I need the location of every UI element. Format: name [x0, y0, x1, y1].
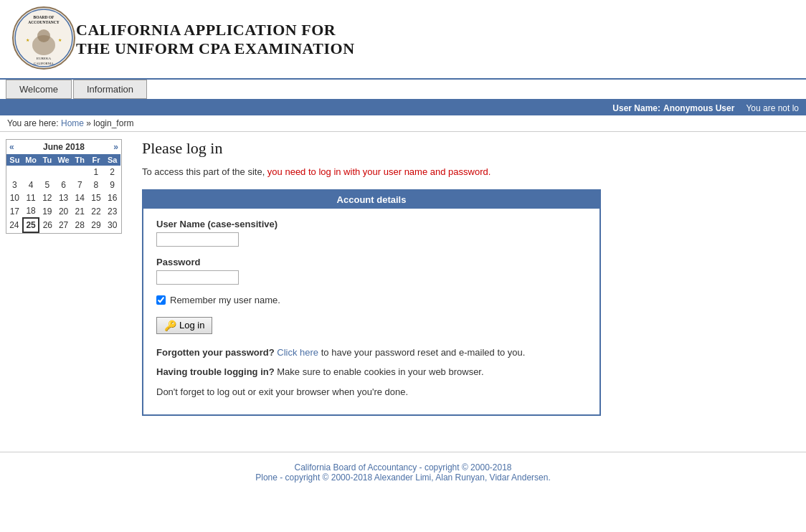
breadcrumb-home[interactable]: Home	[61, 118, 84, 128]
username-field-group: User Name (case-sensitive)	[156, 219, 587, 247]
calendar-week-row: 3456789	[6, 179, 120, 191]
calendar-day[interactable]: 21	[72, 204, 88, 218]
login-icon: 🔑	[164, 320, 176, 331]
calendar-day	[23, 166, 39, 179]
calendar-day[interactable]: 6	[55, 179, 72, 191]
calendar-day[interactable]: 30	[104, 218, 120, 232]
trouble-detail: Make sure to enable cookies in your web …	[277, 366, 483, 377]
content-area: Please log in To access this part of the…	[136, 139, 800, 416]
calendar-day[interactable]: 14	[72, 191, 88, 204]
footer: California Board of Accountancy - copyri…	[0, 452, 806, 490]
calendar-body: 1234567891011121314151617181920212223242…	[6, 166, 120, 232]
svg-text:BOARD OF: BOARD OF	[34, 15, 55, 19]
header: BOARD OF ACCOUNTANCY EUREKA CALIFORNIA ★…	[0, 0, 806, 80]
calendar-day[interactable]: 18	[23, 204, 39, 218]
calendar-day-header: We	[55, 154, 72, 166]
calendar-week-row: 10111213141516	[6, 191, 120, 204]
calendar-day[interactable]: 27	[55, 218, 72, 232]
calendar-day[interactable]: 1	[88, 166, 105, 179]
password-input[interactable]	[156, 270, 239, 285]
calendar-day[interactable]: 7	[72, 179, 88, 191]
logout-reminder: Don't forget to log out or exit your bro…	[156, 385, 587, 399]
site-title: California Application for the Uniform C…	[76, 21, 355, 58]
login-button[interactable]: 🔑 Log in	[156, 317, 212, 334]
logo-container: BOARD OF ACCOUNTANCY EUREKA CALIFORNIA ★…	[11, 6, 76, 72]
footer-line1: California Board of Accountancy - copyri…	[0, 462, 806, 472]
trouble-text: Having trouble logging in? Make sure to …	[156, 365, 587, 379]
svg-text:ACCOUNTANCY: ACCOUNTANCY	[28, 20, 59, 24]
nav-tabs: Welcome Information	[0, 80, 806, 101]
calendar-day-header: Su	[6, 154, 23, 166]
remember-checkbox[interactable]	[156, 295, 166, 305]
forgot-prefix: Forgotten your password?	[156, 347, 277, 358]
calendar-day[interactable]: 3	[6, 179, 23, 191]
calendar-day[interactable]: 25	[23, 218, 39, 232]
breadcrumb: You are here: Home » login_form	[0, 115, 806, 132]
calendar-day[interactable]: 26	[39, 218, 55, 232]
username-label: User Name:	[612, 103, 660, 113]
page-title: Please log in	[142, 139, 795, 158]
breadcrumb-prefix: You are here:	[7, 118, 59, 128]
calendar-day[interactable]: 13	[55, 191, 72, 204]
username-input[interactable]	[156, 232, 239, 247]
calendar-day-header: Th	[72, 154, 88, 166]
calendar-day[interactable]: 19	[39, 204, 55, 218]
calendar-day	[55, 166, 72, 179]
svg-point-5	[37, 29, 50, 42]
calendar-day[interactable]: 5	[39, 179, 55, 191]
calendar-day[interactable]: 8	[88, 179, 105, 191]
calendar-day[interactable]: 22	[88, 204, 105, 218]
top-bar: User Name: Anonymous User You are not lo	[0, 101, 806, 115]
calendar-day[interactable]: 23	[104, 204, 120, 218]
main-layout: « June 2018 » SuMoTuWeThFrSa 12345678910…	[0, 132, 806, 423]
calendar-next[interactable]: »	[113, 142, 118, 152]
calendar-day-header: Sa	[104, 154, 120, 166]
footer-line2: Plone - copyright © 2000-2018 Alexander …	[0, 472, 806, 483]
breadcrumb-separator: »	[86, 118, 93, 128]
trouble-prefix: Having trouble logging in?	[156, 366, 277, 377]
forgot-suffix: to have your password reset and e-mailed…	[321, 347, 526, 358]
remember-label: Remember my user name.	[170, 295, 280, 305]
sidebar: « June 2018 » SuMoTuWeThFrSa 12345678910…	[6, 139, 128, 416]
password-field-label: Password	[156, 257, 587, 267]
calendar-day	[39, 166, 55, 179]
account-box-body: User Name (case-sensitive) Password Reme…	[143, 209, 599, 415]
calendar-day-header: Tu	[39, 154, 55, 166]
remember-row: Remember my user name.	[156, 295, 587, 305]
svg-text:EUREKA: EUREKA	[37, 57, 52, 60]
calendar-day[interactable]: 20	[55, 204, 72, 218]
svg-text:★: ★	[58, 38, 62, 42]
not-logged-in-text: You are not lo	[746, 103, 799, 113]
calendar-day[interactable]: 24	[6, 218, 23, 232]
calendar-day[interactable]: 9	[104, 179, 120, 191]
calendar-day-header: Mo	[23, 154, 39, 166]
login-button-label: Log in	[179, 320, 204, 331]
calendar-prev[interactable]: «	[9, 142, 14, 152]
calendar-day[interactable]: 16	[104, 191, 120, 204]
tab-information[interactable]: Information	[73, 80, 147, 99]
calendar-day[interactable]: 29	[88, 218, 105, 232]
intro-text: To access this part of the site, you nee…	[142, 165, 795, 179]
tab-welcome[interactable]: Welcome	[6, 80, 72, 99]
calendar-day	[72, 166, 88, 179]
account-box-header: Account details	[143, 191, 599, 209]
calendar-day	[6, 166, 23, 179]
calendar-day[interactable]: 2	[104, 166, 120, 179]
calendar-day[interactable]: 10	[6, 191, 23, 204]
calendar: « June 2018 » SuMoTuWeThFrSa 12345678910…	[6, 139, 122, 234]
calendar-month-year: June 2018	[43, 142, 85, 152]
calendar-day[interactable]: 11	[23, 191, 39, 204]
calendar-grid: SuMoTuWeThFrSa 1234567891011121314151617…	[6, 154, 121, 233]
calendar-week-row: 17181920212223	[6, 204, 120, 218]
forgot-link[interactable]: Click here	[277, 347, 321, 358]
svg-text:CALIFORNIA: CALIFORNIA	[34, 62, 54, 65]
calendar-day-header: Fr	[88, 154, 105, 166]
calendar-day[interactable]: 4	[23, 179, 39, 191]
calendar-day[interactable]: 28	[72, 218, 88, 232]
password-field-group: Password	[156, 257, 587, 285]
forgot-password-text: Forgotten your password? Click here to h…	[156, 346, 587, 360]
intro-highlight: you need to log in with your user name a…	[267, 166, 490, 177]
calendar-day[interactable]: 12	[39, 191, 55, 204]
calendar-day[interactable]: 15	[88, 191, 105, 204]
calendar-day[interactable]: 17	[6, 204, 23, 218]
